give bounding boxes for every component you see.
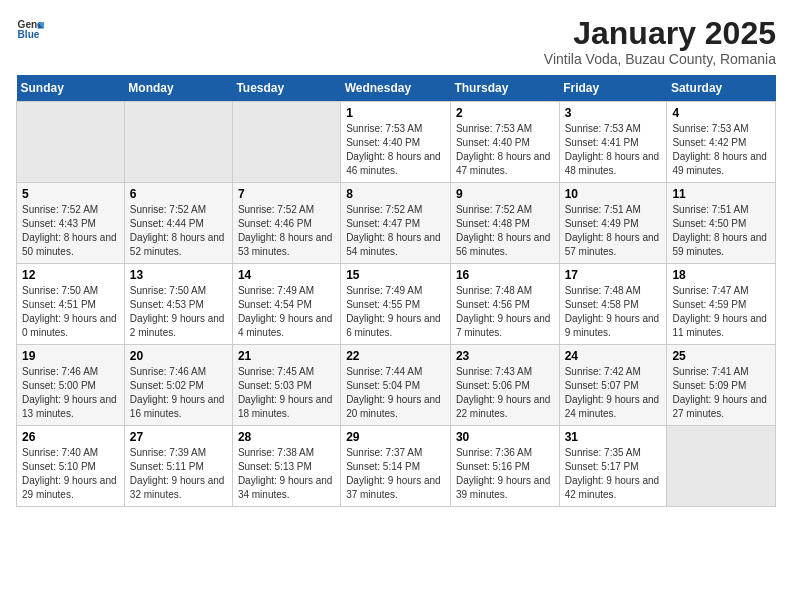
calendar-cell	[232, 102, 340, 183]
day-number: 14	[238, 268, 335, 282]
day-info: Sunrise: 7:37 AM Sunset: 5:14 PM Dayligh…	[346, 446, 445, 502]
day-number: 31	[565, 430, 662, 444]
day-number: 2	[456, 106, 554, 120]
calendar-cell: 1Sunrise: 7:53 AM Sunset: 4:40 PM Daylig…	[341, 102, 451, 183]
day-number: 28	[238, 430, 335, 444]
calendar-cell: 19Sunrise: 7:46 AM Sunset: 5:00 PM Dayli…	[17, 345, 125, 426]
day-info: Sunrise: 7:46 AM Sunset: 5:00 PM Dayligh…	[22, 365, 119, 421]
day-number: 30	[456, 430, 554, 444]
day-info: Sunrise: 7:52 AM Sunset: 4:47 PM Dayligh…	[346, 203, 445, 259]
page-header: General Blue January 2025 Vintila Voda, …	[16, 16, 776, 67]
day-info: Sunrise: 7:50 AM Sunset: 4:53 PM Dayligh…	[130, 284, 227, 340]
weekday-header: Saturday	[667, 75, 776, 102]
day-number: 17	[565, 268, 662, 282]
day-info: Sunrise: 7:53 AM Sunset: 4:40 PM Dayligh…	[346, 122, 445, 178]
day-number: 15	[346, 268, 445, 282]
day-info: Sunrise: 7:40 AM Sunset: 5:10 PM Dayligh…	[22, 446, 119, 502]
day-number: 23	[456, 349, 554, 363]
day-number: 29	[346, 430, 445, 444]
day-number: 3	[565, 106, 662, 120]
day-info: Sunrise: 7:42 AM Sunset: 5:07 PM Dayligh…	[565, 365, 662, 421]
calendar-cell: 21Sunrise: 7:45 AM Sunset: 5:03 PM Dayli…	[232, 345, 340, 426]
calendar-cell: 20Sunrise: 7:46 AM Sunset: 5:02 PM Dayli…	[124, 345, 232, 426]
day-info: Sunrise: 7:53 AM Sunset: 4:40 PM Dayligh…	[456, 122, 554, 178]
calendar-cell: 13Sunrise: 7:50 AM Sunset: 4:53 PM Dayli…	[124, 264, 232, 345]
day-info: Sunrise: 7:48 AM Sunset: 4:56 PM Dayligh…	[456, 284, 554, 340]
day-number: 6	[130, 187, 227, 201]
calendar-cell: 18Sunrise: 7:47 AM Sunset: 4:59 PM Dayli…	[667, 264, 776, 345]
calendar-cell: 5Sunrise: 7:52 AM Sunset: 4:43 PM Daylig…	[17, 183, 125, 264]
day-number: 7	[238, 187, 335, 201]
day-number: 18	[672, 268, 770, 282]
calendar-week-row: 5Sunrise: 7:52 AM Sunset: 4:43 PM Daylig…	[17, 183, 776, 264]
calendar-cell: 11Sunrise: 7:51 AM Sunset: 4:50 PM Dayli…	[667, 183, 776, 264]
weekday-header-row: SundayMondayTuesdayWednesdayThursdayFrid…	[17, 75, 776, 102]
calendar-cell: 22Sunrise: 7:44 AM Sunset: 5:04 PM Dayli…	[341, 345, 451, 426]
calendar-cell: 2Sunrise: 7:53 AM Sunset: 4:40 PM Daylig…	[450, 102, 559, 183]
calendar-cell: 12Sunrise: 7:50 AM Sunset: 4:51 PM Dayli…	[17, 264, 125, 345]
day-info: Sunrise: 7:36 AM Sunset: 5:16 PM Dayligh…	[456, 446, 554, 502]
calendar-title: January 2025	[544, 16, 776, 51]
day-info: Sunrise: 7:41 AM Sunset: 5:09 PM Dayligh…	[672, 365, 770, 421]
day-info: Sunrise: 7:35 AM Sunset: 5:17 PM Dayligh…	[565, 446, 662, 502]
day-number: 16	[456, 268, 554, 282]
day-number: 21	[238, 349, 335, 363]
weekday-header: Thursday	[450, 75, 559, 102]
calendar-cell: 29Sunrise: 7:37 AM Sunset: 5:14 PM Dayli…	[341, 426, 451, 507]
day-info: Sunrise: 7:50 AM Sunset: 4:51 PM Dayligh…	[22, 284, 119, 340]
calendar-cell: 10Sunrise: 7:51 AM Sunset: 4:49 PM Dayli…	[559, 183, 667, 264]
day-info: Sunrise: 7:38 AM Sunset: 5:13 PM Dayligh…	[238, 446, 335, 502]
day-number: 25	[672, 349, 770, 363]
day-number: 10	[565, 187, 662, 201]
calendar-cell	[17, 102, 125, 183]
day-info: Sunrise: 7:39 AM Sunset: 5:11 PM Dayligh…	[130, 446, 227, 502]
day-info: Sunrise: 7:52 AM Sunset: 4:48 PM Dayligh…	[456, 203, 554, 259]
calendar-cell: 4Sunrise: 7:53 AM Sunset: 4:42 PM Daylig…	[667, 102, 776, 183]
weekday-header: Friday	[559, 75, 667, 102]
calendar-week-row: 19Sunrise: 7:46 AM Sunset: 5:00 PM Dayli…	[17, 345, 776, 426]
day-number: 5	[22, 187, 119, 201]
day-info: Sunrise: 7:47 AM Sunset: 4:59 PM Dayligh…	[672, 284, 770, 340]
calendar-cell: 28Sunrise: 7:38 AM Sunset: 5:13 PM Dayli…	[232, 426, 340, 507]
day-number: 9	[456, 187, 554, 201]
weekday-header: Tuesday	[232, 75, 340, 102]
calendar-cell: 27Sunrise: 7:39 AM Sunset: 5:11 PM Dayli…	[124, 426, 232, 507]
calendar-table: SundayMondayTuesdayWednesdayThursdayFrid…	[16, 75, 776, 507]
day-info: Sunrise: 7:43 AM Sunset: 5:06 PM Dayligh…	[456, 365, 554, 421]
day-info: Sunrise: 7:53 AM Sunset: 4:42 PM Dayligh…	[672, 122, 770, 178]
day-number: 27	[130, 430, 227, 444]
calendar-cell: 6Sunrise: 7:52 AM Sunset: 4:44 PM Daylig…	[124, 183, 232, 264]
calendar-cell: 8Sunrise: 7:52 AM Sunset: 4:47 PM Daylig…	[341, 183, 451, 264]
day-info: Sunrise: 7:46 AM Sunset: 5:02 PM Dayligh…	[130, 365, 227, 421]
calendar-cell: 26Sunrise: 7:40 AM Sunset: 5:10 PM Dayli…	[17, 426, 125, 507]
calendar-cell: 30Sunrise: 7:36 AM Sunset: 5:16 PM Dayli…	[450, 426, 559, 507]
day-number: 26	[22, 430, 119, 444]
day-info: Sunrise: 7:48 AM Sunset: 4:58 PM Dayligh…	[565, 284, 662, 340]
day-number: 24	[565, 349, 662, 363]
day-number: 1	[346, 106, 445, 120]
calendar-week-row: 12Sunrise: 7:50 AM Sunset: 4:51 PM Dayli…	[17, 264, 776, 345]
calendar-cell: 24Sunrise: 7:42 AM Sunset: 5:07 PM Dayli…	[559, 345, 667, 426]
title-block: January 2025 Vintila Voda, Buzau County,…	[544, 16, 776, 67]
calendar-cell: 15Sunrise: 7:49 AM Sunset: 4:55 PM Dayli…	[341, 264, 451, 345]
day-info: Sunrise: 7:52 AM Sunset: 4:46 PM Dayligh…	[238, 203, 335, 259]
calendar-cell: 16Sunrise: 7:48 AM Sunset: 4:56 PM Dayli…	[450, 264, 559, 345]
day-number: 20	[130, 349, 227, 363]
weekday-header: Wednesday	[341, 75, 451, 102]
calendar-cell: 25Sunrise: 7:41 AM Sunset: 5:09 PM Dayli…	[667, 345, 776, 426]
day-number: 13	[130, 268, 227, 282]
day-number: 8	[346, 187, 445, 201]
weekday-header: Sunday	[17, 75, 125, 102]
calendar-subtitle: Vintila Voda, Buzau County, Romania	[544, 51, 776, 67]
day-info: Sunrise: 7:52 AM Sunset: 4:44 PM Dayligh…	[130, 203, 227, 259]
calendar-week-row: 26Sunrise: 7:40 AM Sunset: 5:10 PM Dayli…	[17, 426, 776, 507]
day-info: Sunrise: 7:45 AM Sunset: 5:03 PM Dayligh…	[238, 365, 335, 421]
day-info: Sunrise: 7:53 AM Sunset: 4:41 PM Dayligh…	[565, 122, 662, 178]
day-number: 19	[22, 349, 119, 363]
logo-icon: General Blue	[16, 16, 44, 44]
calendar-cell: 14Sunrise: 7:49 AM Sunset: 4:54 PM Dayli…	[232, 264, 340, 345]
calendar-cell: 31Sunrise: 7:35 AM Sunset: 5:17 PM Dayli…	[559, 426, 667, 507]
weekday-header: Monday	[124, 75, 232, 102]
calendar-cell: 3Sunrise: 7:53 AM Sunset: 4:41 PM Daylig…	[559, 102, 667, 183]
day-info: Sunrise: 7:52 AM Sunset: 4:43 PM Dayligh…	[22, 203, 119, 259]
